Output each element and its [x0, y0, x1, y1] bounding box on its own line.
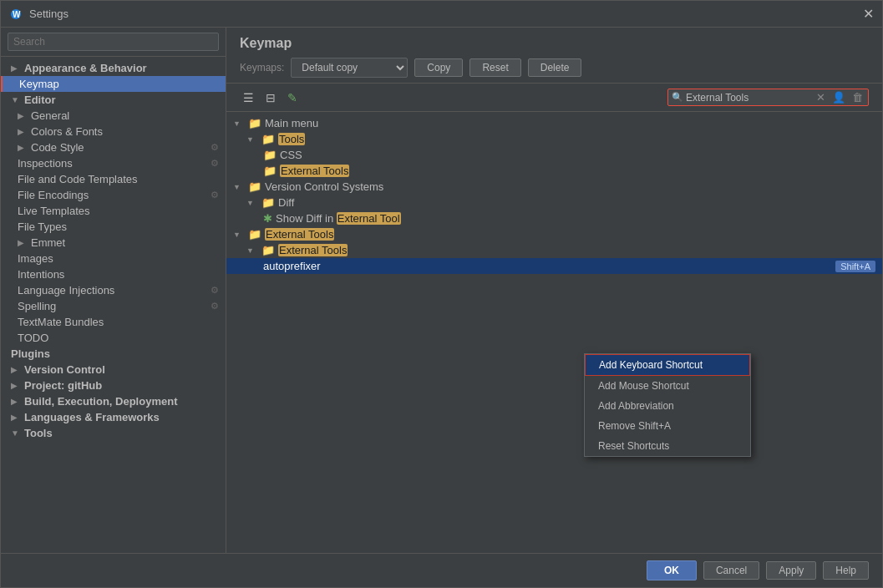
ctx-add-mouse-shortcut[interactable]: Add Mouse Shortcut [585, 376, 750, 396]
sidebar-item-plugins[interactable]: Plugins [1, 346, 226, 362]
sidebar-item-version-control[interactable]: Version Control [1, 362, 226, 378]
sidebar-item-label: File Encodings [18, 189, 89, 201]
reset-button[interactable]: Reset [469, 58, 520, 77]
sidebar-item-file-types[interactable]: File Types [1, 219, 226, 235]
sidebar-item-project-github[interactable]: Project: gitHub [1, 378, 226, 393]
ctx-remove-shift-a[interactable]: Remove Shift+A [585, 416, 750, 436]
expand-icon [246, 199, 256, 207]
help-button[interactable]: Help [823, 561, 869, 580]
ctx-add-abbreviation[interactable]: Add Abbreviation [585, 396, 750, 416]
sidebar-item-todo[interactable]: TODO [1, 330, 226, 346]
folder-icon: 📁 [248, 228, 261, 241]
sidebar-item-label: Live Templates [18, 205, 89, 217]
sidebar-item-tools[interactable]: Tools [1, 425, 226, 441]
tree-node-external-tools-2[interactable]: 📁 External Tools [226, 226, 882, 242]
tree-node-vcs[interactable]: 📁 Version Control Systems [226, 179, 882, 195]
tree-node-external-tools-1[interactable]: 📁 External Tools [226, 163, 882, 179]
sidebar-item-images[interactable]: Images [1, 251, 226, 266]
sidebar-item-label: Colors & Fonts [31, 125, 103, 138]
ok-button[interactable]: OK [647, 560, 697, 580]
delete-button[interactable]: Delete [528, 58, 582, 77]
trash-filter-button[interactable]: 🗑 [850, 91, 865, 104]
clear-search-button[interactable]: ✕ [814, 91, 827, 104]
sidebar-item-label: Tools [24, 427, 53, 439]
tree-node-autoprefixer[interactable]: autoprefixer Shift+A [226, 258, 882, 274]
sidebar-item-label: Keymap [19, 78, 59, 90]
arrow-icon [11, 413, 21, 422]
sidebar-item-inspections[interactable]: Inspections ⚙ [1, 155, 226, 171]
sidebar-item-build[interactable]: Build, Execution, Deployment [1, 393, 226, 409]
sidebar-item-label: Emmet [31, 236, 65, 249]
node-label: External Tools [280, 165, 349, 177]
ctx-reset-shortcuts[interactable]: Reset Shortcuts [585, 436, 750, 456]
settings-window: W Settings ✕ Appearance & Behavior Keyma… [0, 0, 883, 588]
sidebar-item-textmate[interactable]: TextMate Bundles [1, 314, 226, 330]
arrow-icon [11, 95, 21, 104]
sidebar-item-label: Version Control [24, 363, 105, 376]
person-filter-button[interactable]: 👤 [830, 91, 847, 104]
arrow-icon [11, 63, 21, 73]
expand-icon [246, 246, 256, 255]
sidebar-item-label: Intentions [18, 268, 64, 281]
sidebar-item-code-style[interactable]: Code Style ⚙ [1, 139, 226, 155]
tree-node-external-tools-3[interactable]: 📁 External Tools [226, 242, 882, 258]
node-label: autoprefixer [263, 260, 321, 272]
edit-shortcut-button[interactable]: ✎ [284, 89, 301, 106]
apply-button[interactable]: Apply [766, 561, 816, 580]
highlight: External Tool [337, 212, 401, 225]
folder-icon: 📁 [248, 180, 261, 193]
node-label: External Tools [278, 244, 348, 256]
sidebar-item-label: General [31, 109, 69, 122]
cancel-button[interactable]: Cancel [703, 561, 759, 580]
sidebar-search-input[interactable] [8, 33, 219, 51]
tree-node-tools[interactable]: 📁 Tools [226, 131, 882, 147]
folder-icon: 📁 [263, 165, 277, 177]
folder-icon: 📁 [263, 149, 277, 161]
sidebar-search-box [1, 28, 226, 57]
ctx-item-label: Remove Shift+A [598, 420, 671, 432]
sidebar-item-file-code-templates[interactable]: File and Code Templates [1, 171, 226, 187]
settings-icon: ⚙ [211, 301, 219, 312]
search-field: 🔍 ✕ 👤 🗑 [667, 89, 869, 106]
sidebar-item-label: Appearance & Behavior [24, 62, 147, 74]
shortcut-badge: Shift+A [835, 261, 875, 272]
search-icon: 🔍 [672, 92, 683, 103]
toolbar-row: ☰ ⊟ ✎ 🔍 ✕ 👤 🗑 [226, 84, 882, 112]
close-button[interactable]: ✕ [863, 8, 874, 21]
copy-button[interactable]: Copy [414, 58, 463, 77]
keymap-select[interactable]: Default copy [291, 58, 408, 78]
collapse-all-button[interactable]: ⊟ [262, 89, 279, 106]
highlight: External Tools [265, 228, 334, 241]
node-label: External Tools [265, 228, 334, 241]
expand-all-button[interactable]: ☰ [240, 89, 257, 106]
tree-node-diff[interactable]: 📁 Diff [226, 195, 882, 210]
ctx-add-keyboard-shortcut[interactable]: Add Keyboard Shortcut [585, 354, 750, 376]
sidebar-item-emmet[interactable]: Emmet [1, 235, 226, 251]
ctx-item-label: Add Mouse Shortcut [598, 380, 689, 392]
sidebar-item-file-encodings[interactable]: File Encodings ⚙ [1, 187, 226, 203]
sidebar-item-label: Language Injections [18, 284, 114, 297]
title-bar-title: Settings [29, 8, 863, 20]
sidebar-item-editor[interactable]: Editor [1, 92, 226, 108]
sidebar-item-language-injections[interactable]: Language Injections ⚙ [1, 282, 226, 298]
search-actions: ✕ 👤 🗑 [814, 91, 865, 104]
arrow-icon [11, 397, 21, 406]
node-label: Tools [278, 133, 305, 145]
sidebar-item-intentions[interactable]: Intentions [1, 266, 226, 282]
settings-icon: ⚙ [211, 142, 219, 153]
sidebar-item-colors-fonts[interactable]: Colors & Fonts [1, 124, 226, 139]
sidebar-item-label: Build, Execution, Deployment [24, 395, 177, 408]
sidebar-item-appearance[interactable]: Appearance & Behavior [1, 60, 226, 76]
sidebar-item-spelling[interactable]: Spelling ⚙ [1, 298, 226, 314]
tree-node-show-diff[interactable]: ✱ Show Diff in External Tool [226, 210, 882, 226]
tree-node-main-menu[interactable]: 📁 Main menu [226, 115, 882, 131]
keymap-search-input[interactable] [686, 92, 811, 104]
sidebar-item-label: Languages & Frameworks [24, 411, 160, 423]
sidebar-item-label: Images [18, 252, 53, 265]
sidebar-item-live-templates[interactable]: Live Templates [1, 203, 226, 219]
context-menu: Add Keyboard Shortcut Add Mouse Shortcut… [584, 353, 751, 457]
tree-node-css[interactable]: 📁 CSS [226, 147, 882, 163]
sidebar-item-languages[interactable]: Languages & Frameworks [1, 409, 226, 425]
sidebar-item-general[interactable]: General [1, 108, 226, 124]
sidebar-item-keymap[interactable]: Keymap [1, 76, 226, 92]
